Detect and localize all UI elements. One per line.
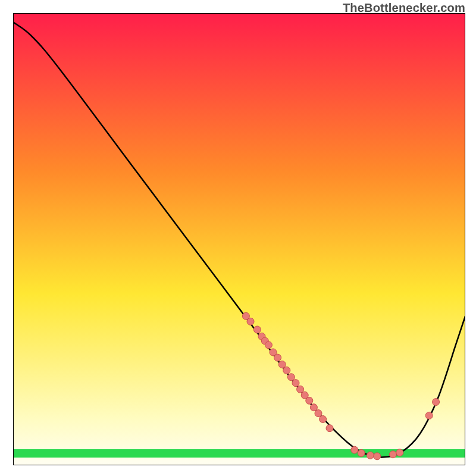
data-dot: [253, 326, 261, 333]
data-dot: [396, 449, 403, 456]
data-dot: [292, 380, 299, 387]
data-dot: [315, 410, 322, 417]
data-dot: [274, 354, 281, 361]
data-dot: [389, 451, 396, 458]
watermark-text: TheBottlenecker.com: [343, 1, 465, 15]
data-dot: [367, 452, 374, 459]
data-dot: [287, 374, 295, 381]
plot-area: [13, 13, 465, 465]
gradient-background: [13, 13, 465, 465]
data-dot: [278, 361, 286, 368]
data-dot: [306, 397, 313, 404]
data-dot: [283, 367, 290, 374]
data-dot: [351, 446, 358, 453]
chart-stage: TheBottlenecker.com: [0, 0, 476, 476]
data-dot: [247, 318, 254, 325]
data-dot: [433, 399, 440, 406]
data-dot: [265, 342, 272, 349]
data-dot: [425, 412, 433, 419]
data-dot: [320, 415, 327, 422]
data-dot: [374, 453, 381, 460]
data-dot: [358, 449, 365, 456]
data-dot: [326, 425, 333, 432]
data-dot: [310, 404, 317, 411]
data-dot: [297, 386, 304, 393]
plot-svg: [13, 13, 465, 465]
